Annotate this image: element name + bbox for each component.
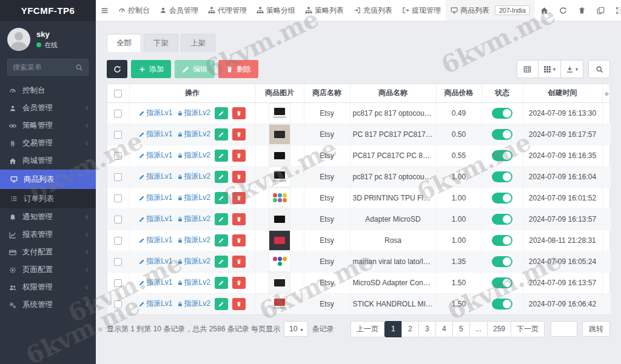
col-created[interactable]: 创建时间: [523, 84, 602, 102]
trash-button[interactable]: [572, 7, 591, 15]
tab-上架[interactable]: 上架: [181, 34, 215, 52]
select-all-checkbox[interactable]: [114, 90, 122, 98]
add-button[interactable]: 添加: [131, 60, 171, 78]
page-button-5[interactable]: 5: [452, 321, 470, 337]
jump-page-input[interactable]: [551, 321, 577, 337]
status-toggle[interactable]: [492, 214, 512, 225]
row-edit-button[interactable]: [215, 277, 228, 289]
row-checkbox[interactable]: [114, 194, 122, 202]
row-delete-button[interactable]: [232, 298, 246, 310]
home-button[interactable]: [535, 7, 554, 15]
columns-button[interactable]: ▾: [538, 60, 561, 78]
col-store[interactable]: 商店名称: [304, 84, 350, 102]
sidebar-item-通知管理[interactable]: 通知管理: [0, 208, 96, 226]
status-toggle[interactable]: [492, 277, 512, 288]
sidebar-toggle-button[interactable]: [96, 0, 113, 21]
top-menu-item[interactable]: 会员管理: [155, 0, 203, 21]
row-delete-button[interactable]: [232, 213, 246, 225]
refresh-button[interactable]: [107, 60, 127, 78]
sidebar-item-控制台[interactable]: 控制台: [0, 82, 96, 99]
page-button-259[interactable]: 259: [487, 321, 511, 337]
sidebar-subitem-订单列表[interactable]: 订单列表: [0, 189, 96, 208]
status-toggle[interactable]: [492, 235, 512, 246]
top-menu-item[interactable]: 策略分组: [252, 0, 300, 21]
row-checkbox[interactable]: [114, 300, 122, 308]
row-delete-button[interactable]: [232, 150, 246, 162]
refresh-button[interactable]: [554, 7, 572, 15]
page-button-4[interactable]: 4: [435, 321, 453, 337]
status-toggle[interactable]: [492, 299, 512, 309]
delete-button[interactable]: 删除: [218, 60, 258, 78]
assign-lv2-link[interactable]: 指派Lv2: [177, 256, 210, 266]
sidebar-item-页面配置[interactable]: 页面配置: [0, 261, 96, 279]
assign-lv2-link[interactable]: 指派Lv2: [177, 171, 210, 182]
row-checkbox[interactable]: [114, 237, 122, 245]
top-tab-product-list[interactable]: 商品列表207-India: [446, 0, 535, 21]
col-price[interactable]: 商品价格: [436, 84, 482, 102]
jump-button[interactable]: 跳转: [582, 321, 610, 337]
region-badge[interactable]: 207-India: [495, 5, 530, 15]
assign-lv1-link[interactable]: 指派Lv1: [139, 277, 172, 288]
row-delete-button[interactable]: [232, 107, 246, 119]
product-thumbnail[interactable]: [269, 124, 290, 145]
assign-lv2-link[interactable]: 指派Lv2: [177, 193, 210, 203]
top-menu-item[interactable]: 提现管理: [397, 0, 446, 21]
row-edit-button[interactable]: [215, 128, 228, 141]
assign-lv2-link[interactable]: 指派Lv2: [177, 129, 210, 139]
export-button[interactable]: ▾: [560, 60, 583, 78]
product-thumbnail[interactable]: [269, 188, 290, 208]
row-checkbox[interactable]: [114, 216, 122, 223]
sidebar-search-input[interactable]: [13, 63, 75, 71]
tab-全部[interactable]: 全部: [107, 34, 141, 52]
assign-lv1-link[interactable]: 指派Lv1: [139, 214, 172, 224]
row-edit-button[interactable]: [215, 150, 228, 162]
row-checkbox[interactable]: [114, 131, 122, 139]
assign-lv2-link[interactable]: 指派Lv2: [177, 277, 210, 288]
sidebar-item-商城管理[interactable]: 商城管理: [0, 152, 96, 170]
sidebar-item-交易管理[interactable]: B交易管理: [0, 134, 96, 152]
page-button-1[interactable]: 1: [384, 321, 402, 337]
tab-下架[interactable]: 下架: [144, 34, 178, 52]
sort-indicator-cell[interactable]: ⬥: [602, 84, 611, 102]
sidebar-item-支付配置[interactable]: 支付配置: [0, 243, 96, 261]
sidebar-item-系统管理[interactable]: 系统管理: [0, 296, 96, 314]
assign-lv1-link[interactable]: 指派Lv1: [139, 129, 172, 139]
assign-lv1-link[interactable]: 指派Lv1: [139, 108, 172, 118]
assign-lv2-link[interactable]: 指派Lv2: [177, 214, 210, 224]
col-actions[interactable]: 操作: [129, 84, 255, 102]
next-page-button[interactable]: 下一页: [511, 321, 545, 337]
assign-lv1-link[interactable]: 指派Lv1: [139, 256, 172, 266]
row-checkbox[interactable]: [114, 110, 122, 117]
status-toggle[interactable]: [492, 150, 512, 161]
assign-lv1-link[interactable]: 指派Lv1: [139, 235, 172, 245]
assign-lv1-link[interactable]: 指派Lv1: [139, 150, 172, 160]
row-edit-button[interactable]: [215, 171, 228, 183]
row-checkbox[interactable]: [114, 173, 122, 181]
row-delete-button[interactable]: [232, 128, 246, 141]
top-menu-item[interactable]: 策略列表: [300, 0, 349, 21]
page-button-3[interactable]: 3: [418, 321, 436, 337]
row-checkbox[interactable]: [114, 258, 122, 266]
status-toggle[interactable]: [492, 129, 512, 140]
product-thumbnail[interactable]: [269, 251, 290, 272]
row-delete-button[interactable]: [232, 234, 246, 247]
expand-button[interactable]: [610, 7, 621, 15]
row-edit-button[interactable]: [215, 234, 228, 247]
assign-lv2-link[interactable]: 指派Lv2: [177, 299, 210, 309]
status-toggle[interactable]: [492, 193, 512, 204]
assign-lv1-link[interactable]: 指派Lv1: [139, 171, 172, 182]
row-edit-button[interactable]: [215, 256, 228, 268]
assign-lv1-link[interactable]: 指派Lv1: [139, 299, 172, 309]
col-name[interactable]: 商品名称: [350, 84, 436, 102]
sidebar-item-策略管理[interactable]: 策略管理: [0, 117, 96, 134]
assign-lv1-link[interactable]: 指派Lv1: [139, 193, 172, 203]
col-image[interactable]: 商品图片: [255, 84, 304, 102]
top-menu-item[interactable]: 代理管理: [203, 0, 252, 21]
sidebar-search[interactable]: [7, 59, 89, 76]
top-menu-item[interactable]: 控制台: [113, 0, 155, 21]
row-checkbox[interactable]: [114, 279, 122, 287]
product-thumbnail[interactable]: [269, 167, 290, 187]
row-edit-button[interactable]: [215, 192, 228, 204]
row-edit-button[interactable]: [215, 107, 228, 119]
top-menu-item[interactable]: 充值列表: [349, 0, 397, 21]
